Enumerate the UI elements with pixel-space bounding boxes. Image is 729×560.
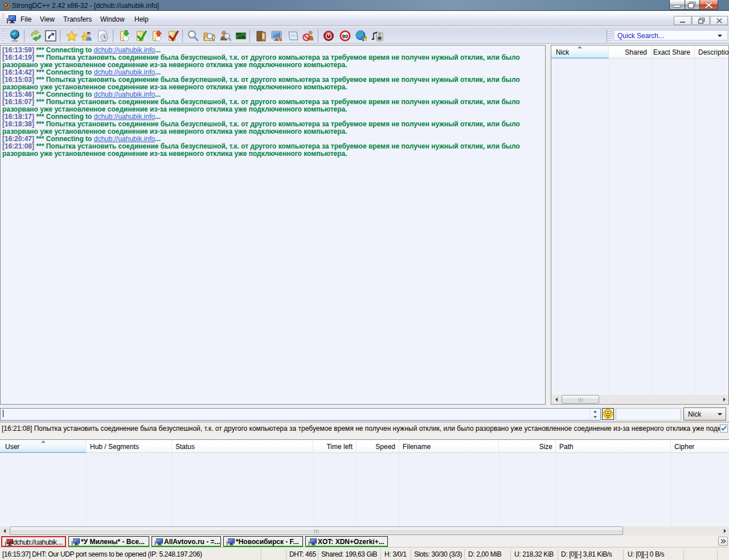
svg-text:80: 80: [342, 33, 349, 39]
